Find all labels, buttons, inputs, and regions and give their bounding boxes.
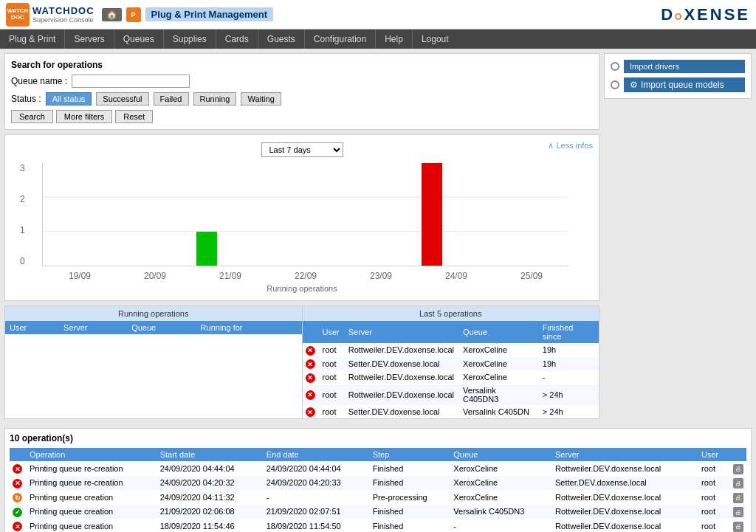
import-queue-btn[interactable]: ⚙ Import queue models [624,77,745,92]
nav-item-logout[interactable]: Logout [413,30,458,49]
row-queue: Versalink C405DN3 [449,505,551,519]
period-select[interactable]: Last 7 days Last 30 days [261,142,343,157]
row-queue: XeroxCeline [458,357,538,371]
import-drivers-btn[interactable]: Import drivers [624,60,745,73]
last5-row: ✕ root Setter.DEV.doxense.local XeroxCel… [303,357,599,371]
row-action-icon[interactable]: 🖨 [730,519,746,532]
row-action-icon[interactable]: 🖨 [730,505,746,519]
row-operation: Printing queue creation [25,519,156,532]
row-user: root [697,476,730,491]
nav-item-cards[interactable]: Cards [216,30,258,49]
y-label-3: 3 [20,163,25,173]
running-ops-table-section: Running operations User Server Queue Run… [5,306,303,418]
row-server: Rottweiler.DEV.doxense.local [551,505,697,519]
y-label-1: 1 [20,225,25,235]
bar-21-09 [196,232,217,266]
row-action-icon[interactable]: 🖨 [730,490,746,505]
search-box: Search for operations Queue name : Statu… [4,53,599,130]
x-label-21: 21/09 [219,271,241,281]
row-operation: Printing queue re-creation [25,461,156,476]
less-infos-btn[interactable]: ∧ Less infos [548,141,593,151]
status-running[interactable]: Running [193,92,237,106]
row-action-icon[interactable]: 🖨 [730,461,746,476]
x-label-22: 22/09 [295,271,317,281]
row-start: 24/09/2020 04:44:04 [156,461,262,476]
row-finished: - [538,370,599,384]
row-end: 24/09/2020 04:44:04 [262,461,368,476]
ops-count: 10 operation(s) [10,433,746,443]
y-axis: 3 2 1 0 [20,163,28,266]
th-user-main: User [697,448,730,461]
row-server: Setter.DEV.doxense.local [551,476,697,491]
row-queue: XeroxCeline [449,461,551,476]
row-step: Finished [368,519,450,532]
last5-ops-header: Last 5 operations [303,306,599,321]
row-user: root [318,384,344,405]
th-actions [730,448,746,461]
queue-name-row: Queue name : [11,75,593,88]
row-step: Pre-processing [368,490,450,505]
bar-24-09 [422,163,442,266]
row-status-icon: ✓ [10,505,25,519]
status-waiting[interactable]: Waiting [241,92,281,106]
running-ops-header: Running operations [5,306,302,321]
x-label-25: 25/09 [520,271,543,281]
right-panel-content: Import drivers ⚙ Import queue models [604,53,752,99]
import-queue-row: ⚙ Import queue models [611,77,745,92]
nav-item-configuration[interactable]: Configuration [305,30,376,49]
status-label: Status : [11,94,41,104]
bottom-section: 10 operation(s) Operation Start date End… [4,428,752,532]
gear-icon-2: ⚙ [630,80,638,90]
radio-2 [611,80,619,89]
queue-label: Queue name : [11,76,67,86]
status-failed[interactable]: Failed [154,92,189,106]
nav-item-servers[interactable]: Servers [65,30,114,49]
table-row: ✕ Printing queue re-creation 24/09/2020 … [10,476,746,491]
y-label-0: 0 [20,256,25,266]
row-action-icon[interactable]: 🖨 [730,476,746,491]
last5-ops-body: ✕ root Rottweiler.DEV.doxense.local Xero… [303,343,599,418]
th-operation: Operation [25,448,156,461]
row-start: 18/09/2020 11:54:46 [156,519,262,532]
operations-tbody: ✕ Printing queue re-creation 24/09/2020 … [10,461,746,532]
row-server: Rottweiler.DEV.doxense.local [551,519,697,532]
search-button[interactable]: Search [11,110,53,123]
row-server: Rottweiler.DEV.doxense.local [551,461,697,476]
th-finished: Finished since [538,321,599,343]
chart-plot [42,163,569,266]
chart-area: ∧ Less infos Last 7 days Last 30 days 3 … [4,134,599,301]
table-row: ✕ Printing queue creation 18/09/2020 11:… [10,519,746,532]
last5-row: ✕ root Rottweiler.DEV.doxense.local Xero… [303,370,599,384]
more-filters-button[interactable]: More filters [56,110,112,123]
status-successful[interactable]: Successful [96,92,148,106]
nav-item-supplies[interactable]: Supplies [164,30,216,49]
nav-item-plug-print[interactable]: Plug & Print [0,30,65,49]
x-label-19: 19/09 [69,271,91,281]
x-label-20: 20/09 [144,271,166,281]
nav-item-help[interactable]: Help [376,30,413,49]
watchdoc-brand: WATCH DOC WATCHDOC Supervision Console [6,3,94,27]
nav-item-queues[interactable]: Queues [114,30,164,49]
row-queue: Versalink C405DN [458,405,538,419]
status-all[interactable]: All status [46,92,92,106]
header-top: WATCH DOC WATCHDOC Supervision Console 🏠… [0,0,756,30]
home-button[interactable]: 🏠 [102,8,122,21]
row-user: root [697,461,730,476]
row-operation: Printing queue creation [25,490,156,505]
watchdoc-text: WATCHDOC Supervision Console [32,5,94,24]
y-label-2: 2 [20,194,25,204]
row-step: Finished [368,476,450,491]
grid-line-2 [43,231,569,232]
th-server-main: Server [551,448,697,461]
queue-input[interactable] [72,75,190,88]
th-queue2: Queue [458,321,538,343]
reset-button[interactable]: Reset [115,110,153,123]
running-ops-table: User Server Queue Running for [5,321,302,379]
grid-line-1 [43,197,569,198]
nav-item-guests[interactable]: Guests [258,30,305,49]
row-step: Finished [368,461,450,476]
row-queue: XeroxCeline [449,476,551,491]
page-wrapper: WATCH DOC WATCHDOC Supervision Console 🏠… [0,0,756,532]
last5-row: ✕ root Setter.DEV.doxense.local Versalin… [303,405,599,419]
row-server: Rottweiler.DEV.doxense.local [344,384,458,405]
